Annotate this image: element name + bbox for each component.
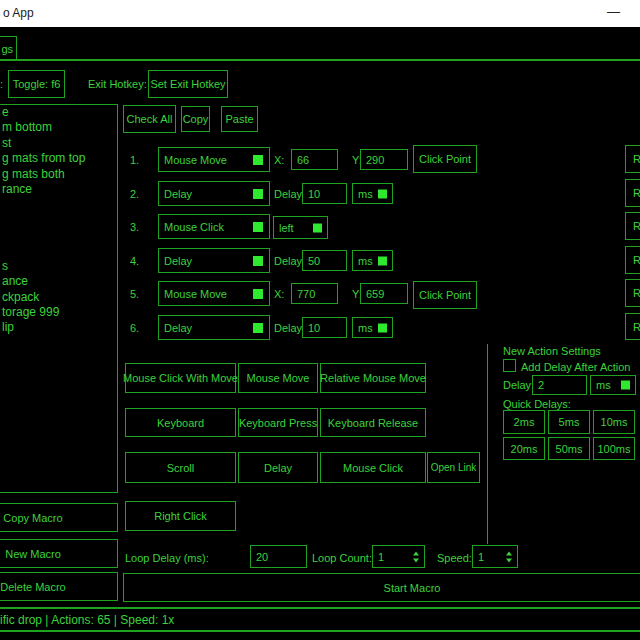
tab-settings[interactable]: gs	[0, 36, 17, 61]
click-point-button[interactable]: Click Point	[413, 281, 477, 309]
macro-list-item[interactable]	[0, 228, 117, 243]
action-number: 2.	[130, 188, 139, 200]
y-input[interactable]: 290	[360, 149, 408, 170]
macro-list-item[interactable]: g mats from top	[0, 151, 117, 166]
new-macro-button[interactable]: New Macro	[0, 539, 118, 568]
quick-delay-2ms-button[interactable]: 2ms	[503, 410, 545, 434]
speed-label: Speed:	[437, 552, 472, 564]
macro-list-item[interactable]: rance	[0, 182, 117, 197]
remove-action-button[interactable]: R	[625, 279, 640, 307]
start-macro-button[interactable]: Start Macro	[123, 573, 640, 602]
new-action-unit-dropdown[interactable]: ms	[590, 375, 636, 395]
macro-list-item[interactable]	[0, 244, 117, 259]
mouse-button-value: left	[279, 222, 294, 234]
remove-action-button[interactable]: R	[625, 313, 640, 340]
macro-list-item[interactable]	[0, 213, 117, 228]
macro-list[interactable]: e m bottom st g mats from top g mats bot…	[0, 104, 118, 493]
paste-button[interactable]: Paste	[221, 106, 258, 132]
keyboard-release-button[interactable]: Keyboard Release	[320, 408, 426, 437]
x-input[interactable]: 770	[291, 283, 338, 304]
delete-macro-button[interactable]: Delete Macro	[0, 572, 118, 601]
dropdown-square-icon	[378, 323, 387, 332]
macro-list-item[interactable]: g mats both	[0, 167, 117, 182]
stepper-arrows-icon[interactable]	[413, 551, 419, 562]
check-all-button[interactable]: Check All	[123, 105, 176, 133]
keyboard-button[interactable]: Keyboard	[125, 408, 236, 437]
unit-dropdown[interactable]: ms	[352, 183, 393, 204]
action-type-dropdown[interactable]: Delay	[158, 315, 270, 340]
click-point-button[interactable]: Click Point	[413, 145, 477, 173]
add-delay-checkbox[interactable]	[503, 359, 516, 372]
action-type-value: Delay	[164, 255, 192, 267]
status-text: ific drop | Actions: 65 | Speed: 1x	[0, 613, 174, 627]
dropdown-square-icon	[621, 381, 630, 390]
remove-action-button[interactable]: R	[625, 212, 640, 240]
unit-dropdown[interactable]: ms	[352, 250, 393, 271]
action-type-dropdown[interactable]: Mouse Move	[158, 147, 270, 172]
quick-delay-10ms-button[interactable]: 10ms	[593, 410, 635, 434]
mouse-move-button[interactable]: Mouse Move	[238, 363, 318, 393]
quick-delays-label: Quick Delays:	[503, 398, 571, 410]
quick-delay-5ms-button[interactable]: 5ms	[548, 410, 590, 434]
copy-button[interactable]: Copy	[181, 106, 210, 132]
action-type-dropdown[interactable]: Mouse Move	[158, 281, 270, 306]
loop-count-label: Loop Count:	[312, 552, 372, 564]
speed-stepper[interactable]: 1	[472, 545, 518, 568]
delay-label: Delay	[274, 188, 302, 200]
remove-action-button[interactable]: R	[625, 145, 640, 173]
macro-list-item[interactable]: m bottom	[0, 120, 117, 135]
tabstrip-divider	[0, 59, 640, 61]
y-input[interactable]: 659	[360, 283, 408, 304]
action-type-value: Mouse Click	[164, 221, 224, 233]
macro-list-item[interactable]: e	[0, 105, 117, 120]
keyboard-press-button[interactable]: Keyboard Press	[238, 408, 318, 437]
delay-input[interactable]: 50	[302, 250, 347, 271]
tab-settings-label: gs	[1, 43, 13, 55]
minimize-icon[interactable]: —	[607, 4, 620, 19]
action-number: 3.	[130, 221, 139, 233]
macro-list-item[interactable]: ckpack	[0, 290, 117, 305]
mouse-click-button[interactable]: Mouse Click	[320, 452, 426, 483]
macro-list-item[interactable]: s	[0, 259, 117, 274]
copy-macro-button[interactable]: Copy Macro	[0, 503, 118, 532]
window-title: o App	[3, 6, 34, 20]
loop-count-stepper[interactable]: 1	[372, 545, 425, 568]
toggle-hotkey-button[interactable]: Toggle: f6	[8, 70, 65, 98]
action-number: 4.	[130, 255, 139, 267]
stepper-arrows-icon[interactable]	[506, 551, 512, 562]
quick-delay-100ms-button[interactable]: 100ms	[593, 437, 635, 460]
remove-action-button[interactable]: R	[625, 246, 640, 274]
new-action-delay-input[interactable]: 2	[532, 375, 587, 395]
macro-list-item[interactable]: torage 999	[0, 305, 117, 320]
set-exit-hotkey-button[interactable]: Set Exit Hotkey	[148, 70, 228, 98]
action-type-dropdown[interactable]: Delay	[158, 248, 270, 273]
action-type-dropdown[interactable]: Mouse Click	[158, 214, 270, 239]
delay-button[interactable]: Delay	[238, 452, 318, 483]
unit-dropdown[interactable]: ms	[352, 317, 393, 338]
delay-label: Delay	[274, 255, 302, 267]
quick-delay-50ms-button[interactable]: 50ms	[548, 437, 590, 460]
macro-list-item[interactable]: lip	[0, 320, 117, 335]
x-input[interactable]: 66	[291, 149, 338, 170]
mouse-click-with-move-button[interactable]: Mouse Click With Move	[125, 363, 236, 393]
unit-value: ms	[358, 322, 373, 334]
action-type-value: Mouse Move	[164, 288, 227, 300]
remove-action-button[interactable]: R	[625, 179, 640, 207]
loop-delay-input[interactable]: 20	[250, 545, 307, 568]
scroll-button[interactable]: Scroll	[125, 452, 236, 483]
macro-list-item[interactable]	[0, 197, 117, 212]
macro-list-item[interactable]: ance	[0, 274, 117, 289]
open-link-button[interactable]: Open Link	[427, 452, 480, 483]
delay-input[interactable]: 10	[302, 183, 347, 204]
action-type-value: Delay	[164, 188, 192, 200]
right-click-button[interactable]: Right Click	[125, 501, 236, 531]
macro-list-item[interactable]: st	[0, 136, 117, 151]
dropdown-square-icon	[253, 222, 263, 232]
relative-mouse-move-button[interactable]: Relative Mouse Move	[320, 363, 426, 393]
quick-delay-20ms-button[interactable]: 20ms	[503, 437, 545, 460]
delay-input[interactable]: 10	[302, 317, 347, 338]
mouse-button-dropdown[interactable]: left	[273, 216, 328, 239]
add-delay-label: Add Delay After Action	[521, 361, 630, 373]
title-bar: o App —	[0, 0, 640, 27]
action-type-dropdown[interactable]: Delay	[158, 181, 270, 206]
